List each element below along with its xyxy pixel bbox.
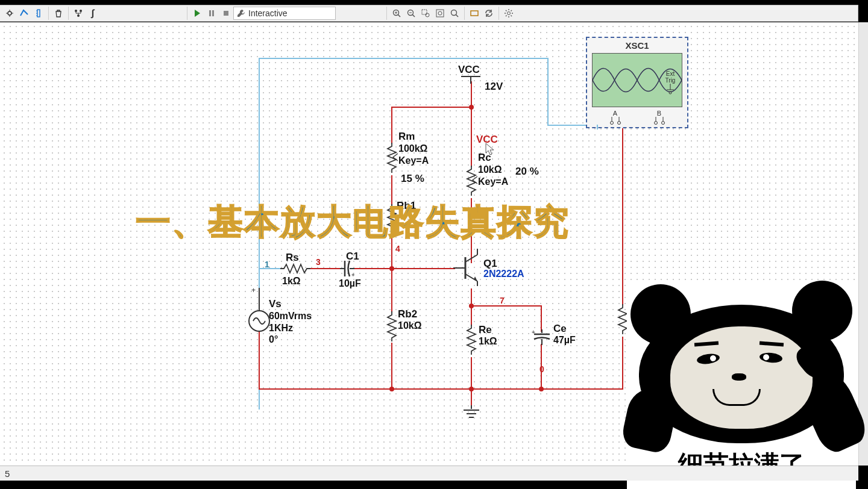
scope-screen: Ext Trig (592, 53, 682, 107)
c1-name: C1 (346, 250, 359, 263)
component-rm[interactable] (386, 143, 398, 173)
scope-ext-label: Ext Trig (661, 70, 679, 84)
vs-phase: 0° (269, 334, 312, 345)
vcc-terminal[interactable] (459, 75, 483, 84)
rb2-value: 10kΩ (398, 320, 422, 332)
pause-button[interactable] (204, 6, 219, 20)
stop-button[interactable] (219, 6, 233, 20)
node-0: 0 (539, 364, 544, 374)
wrench-icon (236, 8, 246, 18)
svg-point-0 (8, 11, 11, 15)
wire-tool-icon[interactable] (17, 6, 31, 20)
rm-value: 100kΩ (398, 143, 429, 154)
svg-point-58 (654, 122, 657, 125)
node-1: 1 (265, 260, 269, 269)
c1-value: 10µF (339, 278, 361, 290)
refresh-icon[interactable] (482, 6, 496, 20)
scope-port-b: B (657, 110, 661, 117)
svg-point-55 (617, 122, 620, 125)
svg-point-25 (438, 11, 442, 15)
zoom-100-icon[interactable] (447, 6, 462, 20)
rm-percent: 15 % (401, 173, 424, 185)
rs-value: 1kΩ (282, 275, 301, 287)
svg-rect-14 (224, 11, 228, 16)
component-ce[interactable]: + (532, 329, 552, 345)
svg-point-10 (80, 10, 82, 12)
hierarchy-icon[interactable] (71, 6, 86, 20)
delete-icon[interactable] (51, 6, 66, 20)
rc-percent: 20 % (515, 166, 539, 178)
vcc-value: 12V (485, 80, 503, 93)
rb2-name: Rb2 (398, 308, 417, 320)
vs-vrms: 60mVrms (269, 310, 312, 322)
mode-label: Interactive (248, 8, 288, 18)
probe-tool-icon[interactable] (2, 6, 17, 20)
svg-rect-28 (471, 11, 478, 16)
status-bar: 5 (0, 466, 858, 481)
re-value: 1kΩ (479, 335, 497, 347)
component-rc[interactable] (465, 166, 477, 196)
svg-rect-5 (37, 10, 40, 17)
vcc-label: VCC (458, 63, 480, 76)
rc-value: 10kΩ (478, 164, 508, 175)
zoom-fit-icon[interactable] (433, 6, 447, 20)
svg-line-27 (456, 14, 458, 17)
settings-icon[interactable] (502, 6, 516, 20)
component-rb2[interactable] (386, 311, 398, 341)
node-7: 7 (500, 296, 505, 305)
svg-rect-12 (209, 10, 211, 16)
rm-name: Rm (398, 131, 429, 143)
rm-key: Key=A (398, 155, 429, 166)
meme-sticker: 细节拉满了 (627, 284, 856, 489)
q1-model: 2N2222A (483, 268, 524, 280)
component-re[interactable] (465, 325, 477, 355)
ce-name: Ce (553, 322, 567, 335)
vertical-scrollbar[interactable] (858, 22, 868, 466)
mouse-cursor-icon (485, 143, 496, 156)
vs-freq: 1KHz (269, 322, 312, 334)
svg-point-29 (508, 12, 511, 15)
re-name: Re (479, 323, 492, 336)
scope-port-a: A (613, 110, 617, 117)
zoom-selection-icon[interactable] (467, 6, 482, 20)
svg-line-38 (465, 255, 477, 262)
status-text: 5 (5, 469, 10, 479)
svg-point-53 (669, 92, 671, 94)
ce-value: 47µF (553, 334, 576, 346)
svg-point-59 (661, 122, 664, 125)
function-icon[interactable]: ∫ (86, 6, 100, 20)
svg-text:+: + (532, 329, 535, 335)
zoom-area-icon[interactable] (418, 6, 433, 20)
svg-point-23 (426, 13, 429, 17)
svg-rect-24 (436, 10, 444, 17)
svg-point-9 (75, 10, 77, 12)
component-tool-icon[interactable] (31, 6, 46, 20)
svg-line-16 (398, 14, 400, 17)
instrument-oscilloscope[interactable]: XSC1 Ext Trig A (586, 37, 688, 128)
run-button[interactable] (190, 6, 204, 20)
component-vs[interactable] (248, 310, 270, 332)
scope-name: XSC1 (590, 40, 685, 51)
svg-point-54 (610, 122, 613, 125)
panda-meme-image (627, 284, 856, 447)
vs-name: Vs (269, 298, 312, 310)
simulation-mode-select[interactable]: Interactive (233, 7, 336, 20)
ground-symbol[interactable] (462, 405, 480, 420)
svg-rect-13 (212, 10, 214, 16)
toolbar: ∫ Interactive (0, 5, 858, 22)
node-3: 3 (316, 257, 321, 267)
svg-line-20 (412, 14, 415, 17)
component-rs[interactable] (280, 263, 310, 275)
rc-key: Key=A (478, 176, 508, 187)
rs-name: Rs (286, 251, 299, 264)
video-title-overlay: 一、基本放大电路失真探究 (136, 199, 570, 246)
zoom-in-icon[interactable] (389, 6, 404, 20)
app-window: ∫ Interactive (0, 0, 868, 489)
svg-point-11 (77, 14, 80, 17)
zoom-out-icon[interactable] (404, 6, 418, 20)
